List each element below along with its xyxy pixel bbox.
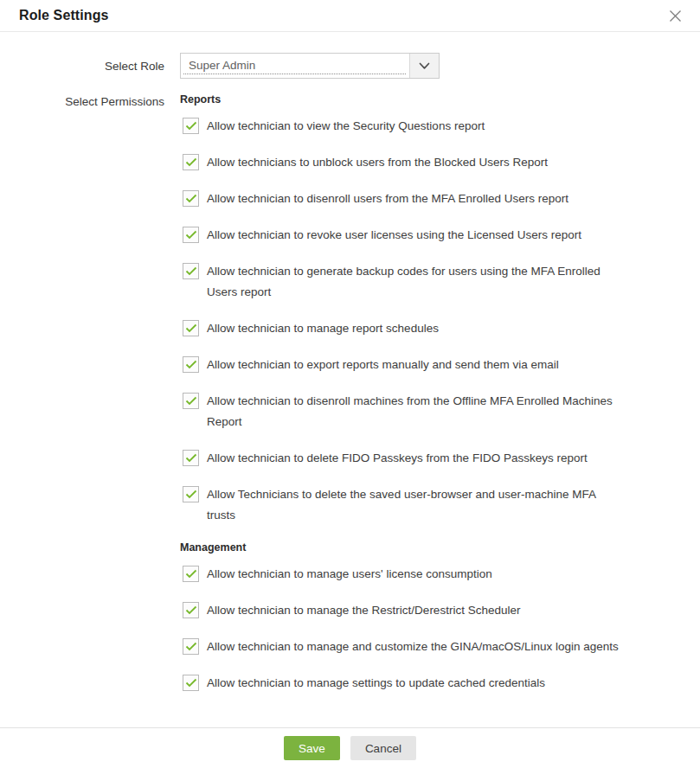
permission-label: Allow technician to view the Security Qu… [207,116,485,137]
permission-label: Allow technician to manage settings to u… [207,673,545,694]
permission-checkbox[interactable] [183,356,199,373]
check-icon [185,157,197,167]
permission-checkbox[interactable] [183,566,199,582]
permission-row: Allow technician to export reports manua… [180,355,619,375]
permission-checkbox[interactable] [183,154,199,170]
permission-row: Allow technician to revoke user licenses… [180,225,619,246]
section-reports: Reports Allow technician to view the Sec… [180,93,619,526]
permission-row: Allow Technicians to delete the saved us… [180,484,619,526]
form-area: Select Role Super Admin Select Permissio… [0,32,700,709]
close-icon [669,10,682,22]
section-management: Management Allow technician to manage us… [180,541,619,694]
permission-checkbox[interactable] [183,486,199,502]
dialog-title: Role Settings [19,8,109,23]
permission-label: Allow technicians to unblock users from … [207,152,548,173]
permission-label: Allow technician to disenroll users from… [207,189,568,209]
select-role-row: Select Role Super Admin [0,53,700,79]
permission-row: Allow technician to generate backup code… [180,261,619,303]
permission-row: Allow technician to manage settings to u… [180,673,619,694]
permission-checkbox[interactable] [183,602,199,618]
role-select-arrow[interactable] [409,54,439,78]
check-icon [185,323,197,333]
permissions-list: Reports Allow technician to view the Sec… [180,93,619,709]
permission-label: Allow technician to manage report schedu… [207,318,439,339]
select-role-label: Select Role [0,53,164,74]
permission-label: Allow technician to export reports manua… [207,355,559,375]
permission-label: Allow technician to revoke user licenses… [207,225,581,246]
permission-checkbox[interactable] [183,393,199,409]
check-icon [185,396,197,406]
permission-label: Allow technician to manage the Restrict/… [207,600,520,621]
permission-row: Allow technician to disenroll users from… [180,189,619,209]
select-permissions-row: Select Permissions Reports Allow technic… [0,93,700,709]
check-icon [185,453,197,463]
permission-row: Allow technicians to unblock users from … [180,152,619,173]
check-icon [185,642,197,651]
permission-checkbox[interactable] [183,227,199,243]
save-button[interactable]: Save [284,736,340,760]
permission-checkbox[interactable] [183,320,199,336]
permission-label: Allow technician to manage and customize… [207,637,619,657]
cancel-button[interactable]: Cancel [350,736,416,760]
role-select[interactable]: Super Admin [180,53,440,79]
permission-row: Allow technician to delete FIDO Passkeys… [180,448,619,469]
permission-row: Allow technician to manage the Restrict/… [180,600,619,621]
permission-checkbox[interactable] [183,675,199,691]
permission-checkbox[interactable] [183,263,199,279]
permission-label: Allow technician to disenroll machines f… [207,391,613,432]
permission-row: Allow technician to disenroll machines f… [180,391,619,432]
permission-checkbox[interactable] [183,118,199,134]
dialog-footer: Save Cancel [0,727,700,768]
permission-label: Allow Technicians to delete the saved us… [207,484,596,526]
check-icon [185,121,197,131]
permission-label: Allow technician to generate backup code… [207,261,600,303]
select-permissions-label: Select Permissions [0,93,164,109]
chevron-down-icon [419,62,430,70]
check-icon [185,569,197,579]
permission-label: Allow technician to delete FIDO Passkeys… [207,448,588,469]
select-focus-outline [183,74,406,74]
check-icon [185,230,197,240]
close-button[interactable] [667,8,683,23]
section-heading-reports: Reports [180,93,619,106]
permission-checkbox[interactable] [183,638,199,655]
dialog-header: Role Settings [0,0,700,32]
check-icon [185,360,197,369]
section-heading-management: Management [180,541,619,554]
permission-row: Allow technician to view the Security Qu… [180,116,619,137]
permission-checkbox[interactable] [183,190,199,207]
permission-row: Allow technician to manage and customize… [180,637,619,657]
check-icon [185,605,197,615]
check-icon [185,266,197,276]
permission-label: Allow technician to manage users' licens… [207,564,492,585]
check-icon [185,194,197,203]
permission-row: Allow technician to manage users' licens… [180,564,619,585]
permission-row: Allow technician to manage report schedu… [180,318,619,339]
check-icon [185,678,197,688]
check-icon [185,490,197,499]
permission-checkbox[interactable] [183,450,199,466]
